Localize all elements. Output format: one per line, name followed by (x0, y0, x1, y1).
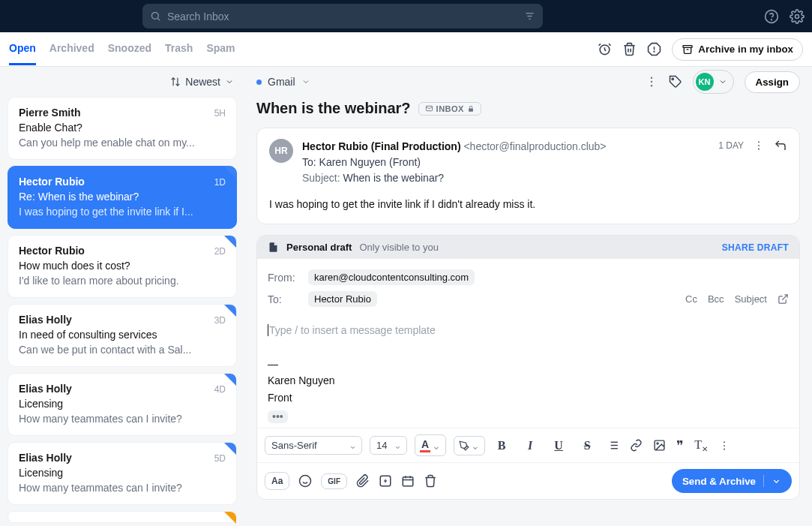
conversation-item[interactable]: Elias Holly4D Licensing How many teammat… (7, 373, 237, 436)
svg-point-16 (650, 85, 652, 86)
italic-icon[interactable]: I (521, 439, 539, 452)
search-container[interactable] (142, 4, 543, 29)
inbox-icon (425, 104, 433, 113)
clear-format-icon[interactable]: T✕ (694, 438, 708, 453)
conv-time: 5H (214, 108, 226, 119)
to-chip[interactable]: Hector Rubio (308, 291, 377, 307)
from-chip[interactable]: karen@cloudcontentconsulting.com (308, 269, 475, 285)
popout-icon[interactable] (778, 293, 789, 305)
compose-body[interactable]: Type / to insert a message template — Ka… (257, 314, 799, 428)
conversation-item[interactable]: Hector Rubio2D How much does it cost? I'… (7, 235, 237, 298)
svg-marker-39 (384, 479, 388, 485)
conv-preview: How many teammates can I invite? (19, 482, 226, 494)
emoji-icon[interactable] (298, 474, 312, 488)
link-icon[interactable] (630, 439, 643, 452)
search-icon (150, 11, 161, 22)
sort-control[interactable]: Newest (0, 67, 244, 97)
conv-subject: Licensing (19, 467, 226, 479)
reply-icon[interactable] (774, 139, 787, 152)
conv-time: 3D (214, 315, 226, 326)
svg-point-0 (152, 13, 159, 20)
tab-archived[interactable]: Archived (49, 33, 94, 65)
draft-icon (268, 242, 279, 253)
svg-line-23 (782, 295, 787, 300)
image-icon[interactable] (653, 439, 666, 452)
svg-point-22 (758, 149, 760, 150)
chevron-down-icon (772, 476, 781, 486)
list-icon[interactable] (607, 439, 619, 452)
font-family-select[interactable]: Sans-Serif⌄ (265, 436, 362, 455)
tab-spam[interactable]: Spam (206, 33, 235, 65)
attachment-icon[interactable] (356, 474, 370, 488)
conv-sender: Pierre Smith (19, 107, 80, 119)
to-value: Karen Nguyen (Front) (319, 156, 421, 168)
font-size-select[interactable]: 14⌄ (370, 436, 407, 455)
channel-label[interactable]: Gmail (268, 76, 295, 88)
conv-time: 1D (214, 177, 226, 188)
conv-sender: Elias Holly (19, 314, 72, 326)
bold-icon[interactable]: B (493, 439, 511, 452)
assignee-picker[interactable]: KN (693, 70, 734, 94)
conversation-item[interactable]: Hector Rubio1D Re: When is the webinar? … (7, 166, 237, 229)
search-input[interactable] (167, 11, 524, 23)
subject-button[interactable]: Subject (735, 293, 767, 305)
gif-button[interactable]: GIF (321, 473, 347, 489)
chevron-down-icon (718, 77, 727, 86)
conv-sender: Hector Rubio (19, 176, 85, 188)
text-format-button[interactable]: Aa (265, 472, 289, 490)
compose-placeholder: Type / to insert a message template (269, 324, 436, 336)
more-icon[interactable] (753, 140, 765, 152)
quote-icon[interactable]: ❞ (676, 437, 684, 454)
conversation-item[interactable]: Elias Holly5D Licensing How many teammat… (7, 442, 237, 505)
signature-divider: — (268, 356, 789, 372)
help-icon[interactable] (764, 9, 779, 24)
settings-icon[interactable] (790, 9, 805, 24)
svg-point-31 (657, 443, 658, 444)
tab-open[interactable]: Open (9, 33, 36, 65)
conv-time: 4D (214, 384, 226, 395)
expand-quoted-icon[interactable]: ••• (268, 410, 288, 423)
bcc-button[interactable]: Bcc (708, 293, 724, 305)
svg-point-7 (796, 14, 799, 18)
text-color-select[interactable]: A⌄ (415, 434, 446, 456)
conversation-item[interactable] (7, 511, 237, 523)
conv-subject: Re: When is the webinar? (19, 191, 226, 203)
sort-label: Newest (185, 76, 220, 88)
conv-preview: How many teammates can I invite? (19, 413, 226, 425)
conv-preview: I'd like to learn more about pricing. (19, 275, 226, 287)
tab-trash[interactable]: Trash (165, 33, 193, 65)
svg-point-32 (724, 441, 725, 443)
assign-button[interactable]: Assign (745, 71, 800, 93)
archive-button[interactable]: Archive in my inbox (672, 38, 803, 61)
tab-snoozed[interactable]: Snoozed (108, 33, 151, 65)
calendar-icon[interactable] (401, 474, 415, 488)
send-button-label: Send & Archive (682, 476, 756, 487)
tag-icon[interactable] (669, 75, 682, 89)
conv-time: 5D (214, 453, 226, 464)
svg-line-1 (157, 18, 160, 20)
more-icon[interactable] (718, 440, 730, 452)
inbox-badge[interactable]: INBOX (418, 102, 481, 116)
underline-icon[interactable]: U (550, 439, 568, 452)
conversation-item[interactable]: Elias Holly3D In need of consulting serv… (7, 304, 237, 367)
inbox-badge-label: INBOX (436, 104, 464, 113)
chevron-down-icon[interactable] (301, 77, 310, 86)
conversation-item[interactable]: Pierre Smith5H Enable Chat? Can you help… (7, 97, 237, 160)
share-draft-button[interactable]: SHARE DRAFT (722, 242, 789, 253)
conversation-list: Pierre Smith5H Enable Chat? Can you help… (0, 97, 244, 526)
strikethrough-icon[interactable]: S (578, 439, 596, 452)
snooze-icon[interactable] (598, 42, 612, 56)
conv-subject: In need of consulting services (19, 329, 226, 341)
cc-button[interactable]: Cc (685, 293, 697, 305)
conv-subject: Enable Chat? (19, 122, 226, 134)
highlight-color-select[interactable]: ⌄ (454, 436, 485, 455)
channel-dot (256, 80, 262, 85)
trash-icon[interactable] (424, 474, 437, 488)
more-icon[interactable] (645, 75, 658, 89)
subject-value: When is the webinar? (343, 172, 444, 184)
quick-action-icon[interactable] (379, 474, 392, 488)
spam-icon[interactable] (647, 42, 661, 56)
filter-icon[interactable] (524, 11, 535, 22)
send-button[interactable]: Send & Archive (672, 469, 792, 493)
trash-icon[interactable] (622, 42, 637, 56)
